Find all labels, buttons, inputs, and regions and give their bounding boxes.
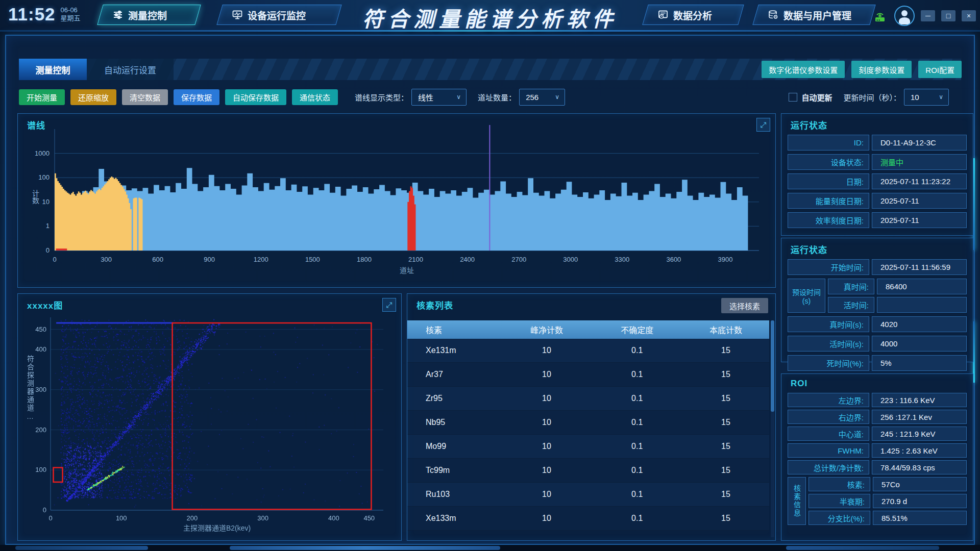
- digitizer-params-button[interactable]: 数字化谱仪参数设置: [762, 61, 845, 78]
- run-status-panel-1: 运行状态 ID: D0-11-A9-12-3C 设备状态: 测量中 日期: 20…: [781, 113, 973, 236]
- auto-update-label: 自动更新: [801, 92, 832, 103]
- calibration-params-button[interactable]: 刻度参数设置: [851, 61, 912, 78]
- svg-text:3000: 3000: [563, 256, 578, 263]
- table-row[interactable]: Mo99100.115: [407, 435, 769, 459]
- chevron-down-icon: ∨: [939, 93, 943, 101]
- svg-text:600: 600: [152, 256, 163, 263]
- analysis-icon: [658, 10, 668, 20]
- svg-text:1200: 1200: [254, 256, 268, 263]
- status-row: 设备状态: 测量中: [788, 154, 967, 170]
- spectrum-chart[interactable]: 0110100100003006009001200150018002100240…: [18, 114, 774, 286]
- nav-device-monitor[interactable]: 设备运行监控: [216, 5, 341, 25]
- svg-text:300: 300: [101, 256, 112, 263]
- start-measure-button[interactable]: 开始测量: [19, 89, 65, 105]
- nav-label: 数据分析: [673, 8, 712, 22]
- nav-data-analysis[interactable]: 数据分析: [642, 5, 744, 25]
- maximize-button[interactable]: □: [941, 10, 955, 21]
- svg-text:计数: 计数: [31, 190, 39, 204]
- update-interval-label: 更新时间（秒）：: [843, 92, 901, 103]
- table-row[interactable]: Zr95100.115: [407, 387, 769, 411]
- update-interval-select[interactable]: 10 ∨: [904, 89, 949, 106]
- display-type-select[interactable]: 线性 ∨: [411, 89, 467, 106]
- nuclide-panel-title: 核素列表: [416, 298, 453, 311]
- roi-row: 右边界: 256 :127.1 Kev: [788, 410, 967, 424]
- channel-count-select[interactable]: 256 ∨: [519, 89, 565, 106]
- chevron-down-icon: ∨: [456, 93, 461, 101]
- preset-time-group: 预设时间(s) 真时间: 86400 活时间:: [788, 279, 967, 313]
- comm-status-button[interactable]: 通信状态: [292, 89, 338, 105]
- nuclide-table: 核素 峰净计数 不确定度 本底计数 Xe131m100.115 Ar37100.…: [407, 320, 769, 531]
- svg-text:1000: 1000: [35, 149, 50, 157]
- close-button[interactable]: ×: [962, 10, 976, 21]
- user-avatar[interactable]: [894, 6, 915, 26]
- table-row[interactable]: Xe133m100.115: [407, 507, 769, 531]
- scatter-chart[interactable]: [18, 294, 400, 539]
- top-bar: 11:52 06-06 星期五 测量控制: [0, 0, 980, 32]
- auto-save-button[interactable]: 自动保存数据: [225, 89, 286, 105]
- device-status-value: 测量中: [872, 154, 967, 170]
- table-row[interactable]: Ar37100.115: [407, 363, 769, 387]
- nav-label: 测量控制: [128, 8, 167, 22]
- monitor-icon: [232, 10, 242, 20]
- svg-text:1800: 1800: [357, 256, 372, 263]
- roi-panel-title: ROI: [791, 379, 807, 389]
- svg-text:道址: 道址: [400, 266, 414, 274]
- spectrum-expand-icon[interactable]: ⤢: [756, 118, 770, 132]
- status-row: 活时间(s): 4000: [788, 336, 967, 352]
- clock-time: 11:52: [8, 4, 56, 24]
- save-data-button[interactable]: 保存数据: [174, 89, 219, 105]
- svg-text:900: 900: [204, 256, 215, 263]
- table-row[interactable]: Tc99m100.115: [407, 459, 769, 483]
- spectrum-panel: 谱线 ⤢ 01101001000030060090012001500180021…: [17, 113, 776, 288]
- footer-strip: [0, 545, 980, 551]
- select-nuclide-button[interactable]: 选择核素: [721, 298, 768, 313]
- config-buttons: 数字化谱仪参数设置 刻度参数设置 ROI配置: [762, 61, 962, 78]
- weekday-value: 星期五: [61, 14, 81, 22]
- table-row[interactable]: Nb95100.115: [407, 411, 769, 435]
- app-window: 11:52 06-06 星期五 测量控制: [0, 0, 980, 551]
- nuclide-table-header: 核素 峰净计数 不确定度 本底计数: [407, 320, 769, 339]
- system-tray: ─ □ ×: [872, 0, 976, 32]
- scatter-panel: xxxxx图 ⤢ 符合探测器通道…: [17, 293, 402, 541]
- svg-text:1: 1: [46, 222, 50, 230]
- database-gear-icon: [768, 10, 778, 20]
- status-row: 日期: 2025-07-11 11:23:22: [788, 173, 967, 189]
- status-row: ID: D0-11-A9-12-3C: [788, 135, 967, 151]
- status-row: 开始时间: 2025-07-11 11:56:59: [788, 259, 967, 275]
- run-status2-title: 运行状态: [791, 243, 827, 256]
- chevron-down-icon: ∨: [555, 93, 559, 101]
- svg-text:3600: 3600: [666, 256, 681, 263]
- nav-data-user-mgmt[interactable]: 数据与用户管理: [752, 5, 875, 25]
- table-row[interactable]: Ru103100.115: [407, 483, 769, 507]
- table-scrollbar[interactable]: [771, 320, 774, 537]
- minimize-button[interactable]: ─: [921, 10, 935, 21]
- nuclide-info-label: 核素信息: [788, 477, 806, 525]
- main-frame: 测量控制 自动运行设置 数字化谱仪参数设置 刻度参数设置 ROI配置 开始测量 …: [5, 35, 975, 545]
- roi-row: FWHM: 1.425 : 2.63 KeV: [788, 443, 967, 458]
- run-status1-title: 运行状态: [791, 118, 827, 131]
- svg-text:0: 0: [46, 246, 50, 254]
- spectrum-panel-title: 谱线: [27, 118, 45, 131]
- scrollbar-thumb[interactable]: [771, 320, 774, 412]
- auto-update-checkbox[interactable]: [789, 93, 797, 102]
- status-row: 死时间(%): 5%: [788, 355, 967, 371]
- clock: 11:52 06-06 星期五: [8, 4, 81, 24]
- roi-config-button[interactable]: ROI配置: [918, 61, 962, 78]
- svg-text:2700: 2700: [511, 256, 526, 263]
- network-device-icon[interactable]: [872, 8, 888, 24]
- svg-text:2400: 2400: [460, 256, 475, 263]
- svg-text:2100: 2100: [408, 256, 423, 263]
- nuclide-panel: 核素列表 选择核素 核素 峰净计数 不确定度 本底计数 Xe131m100.11…: [407, 293, 776, 541]
- nuclide-info-group: 核素信息 核素: 57Co 半衰期: 270.9 d 分支比(%): 85.51: [788, 477, 967, 525]
- svg-text:1500: 1500: [305, 256, 320, 263]
- table-row[interactable]: Xe131m100.115: [407, 339, 769, 363]
- sliders-icon: [113, 10, 123, 20]
- tab-measure-control[interactable]: 测量控制: [19, 59, 87, 80]
- reset-zoom-button[interactable]: 还原缩放: [70, 89, 116, 105]
- roi-row: 总计数/净计数: 78.44/59.83 cps: [788, 460, 967, 474]
- clear-data-button[interactable]: 清空数据: [122, 89, 168, 105]
- tab-auto-run-settings[interactable]: 自动运行设置: [87, 59, 174, 80]
- nav-measure-control[interactable]: 测量控制: [97, 5, 201, 25]
- display-type-label: 谱线显示类型：: [355, 92, 408, 103]
- status-row: 真时间(s): 4020: [788, 316, 967, 332]
